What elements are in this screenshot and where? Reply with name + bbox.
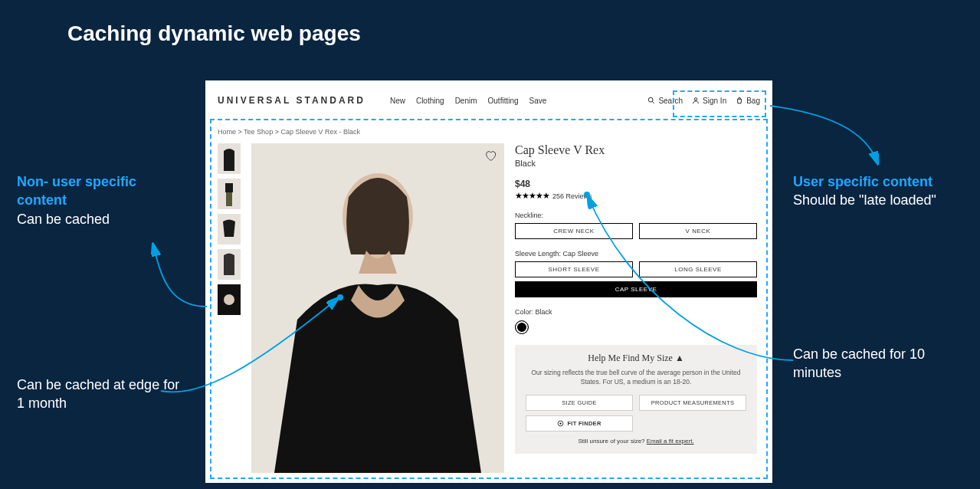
- search-label: Search: [658, 97, 683, 105]
- annotation-sub: Can be cached: [17, 210, 185, 228]
- bag-label: Bag: [746, 97, 760, 105]
- product-price: $48: [515, 179, 757, 189]
- annotation-text: Can be cached at edge for 1 month: [17, 376, 185, 413]
- annotation-edge-cache: Can be cached at edge for 1 month: [17, 376, 185, 413]
- annotation-10min-cache: Can be cached for 10 minutes: [793, 345, 962, 382]
- browser-mock: UNIVERSAL STANDARD New Clothing Denim Ou…: [205, 80, 772, 483]
- annotation-nonuser-content: Non- user specific content Can be cached: [17, 172, 185, 228]
- thumbnail[interactable]: [218, 214, 241, 244]
- thumbnail[interactable]: [218, 249, 241, 280]
- rating[interactable]: ★★★★★ 256 Reviews: [515, 191, 757, 201]
- nav-outfitting[interactable]: Outfitting: [488, 97, 519, 105]
- email-fit-expert-link[interactable]: Email a fit expert.: [647, 438, 694, 445]
- annotation-text: Can be cached for 10 minutes: [793, 345, 962, 382]
- brand-logo[interactable]: UNIVERSAL STANDARD: [218, 95, 365, 106]
- signin-button[interactable]: Sign In: [692, 97, 726, 105]
- nav-denim[interactable]: Denim: [455, 97, 477, 105]
- sleeve-label: Sleeve Length: Cap Sleeve: [515, 250, 757, 258]
- nav-clothing[interactable]: Clothing: [416, 97, 444, 105]
- product-variant: Black: [515, 159, 757, 168]
- svg-point-9: [560, 422, 562, 424]
- thumbnail[interactable]: [218, 143, 241, 174]
- signin-label: Sign In: [703, 97, 726, 105]
- option-short-sleeve[interactable]: SHORT SLEEVE: [515, 261, 633, 277]
- fit-finder-label: FIT FINDER: [567, 420, 601, 427]
- search-button[interactable]: Search: [647, 97, 683, 105]
- footer-prefix: Still unsure of your size?: [578, 438, 646, 445]
- thumbnail[interactable]: [218, 179, 241, 209]
- size-helper-footer: Still unsure of your size? Email a fit e…: [526, 438, 746, 445]
- nav-save[interactable]: Save: [529, 97, 547, 105]
- neckline-label: Neckline:: [515, 212, 757, 219]
- product-main-image[interactable]: [251, 143, 504, 473]
- breadcrumb[interactable]: Home > Tee Shop > Cap Sleeve V Rex - Bla…: [218, 128, 760, 136]
- svg-point-5: [224, 294, 234, 305]
- product-area: Cap Sleeve V Rex Black $48 ★★★★★ 256 Rev…: [218, 143, 760, 473]
- measurements-button[interactable]: PRODUCT MEASUREMENTS: [639, 395, 746, 411]
- option-long-sleeve[interactable]: LONG SLEEVE: [639, 261, 757, 277]
- size-helper: Help Me Find My Size ▲ Our sizing reflec…: [515, 345, 757, 454]
- nav-new[interactable]: New: [390, 97, 405, 105]
- reviews-count: 256 Reviews: [552, 192, 592, 200]
- product-name: Cap Sleeve V Rex: [515, 143, 757, 157]
- size-guide-button[interactable]: SIZE GUIDE: [526, 395, 633, 411]
- star-icon: ★★★★★: [515, 191, 549, 201]
- product-details: Cap Sleeve V Rex Black $48 ★★★★★ 256 Rev…: [515, 143, 760, 473]
- annotation-sub: Should be "late loaded": [793, 191, 962, 209]
- search-icon: [647, 97, 655, 104]
- fit-finder-button[interactable]: FIT FINDER: [526, 415, 633, 432]
- favorite-button[interactable]: [484, 149, 497, 163]
- product-illustration: [251, 143, 504, 473]
- bag-icon: [736, 97, 743, 104]
- svg-rect-3: [225, 183, 233, 192]
- heart-icon: [484, 149, 497, 162]
- thumbnail[interactable]: [218, 284, 241, 315]
- option-crew-neck[interactable]: CREW NECK: [515, 223, 633, 239]
- size-helper-blurb: Our sizing reflects the true bell curve …: [526, 369, 746, 387]
- primary-nav: New Clothing Denim Outfitting Save: [390, 97, 634, 105]
- target-icon: [557, 420, 564, 427]
- svg-point-2: [694, 98, 696, 100]
- color-swatch-black[interactable]: [515, 320, 529, 334]
- bag-button[interactable]: Bag: [736, 97, 760, 105]
- size-helper-title[interactable]: Help Me Find My Size ▲: [526, 353, 746, 364]
- thumbnail-strip: [218, 143, 241, 473]
- topbar-right: Search Sign In Bag: [647, 97, 760, 105]
- svg-rect-4: [226, 192, 232, 206]
- option-v-neck[interactable]: V NECK: [639, 223, 757, 239]
- svg-line-1: [653, 101, 655, 103]
- annotation-heading: User specific content: [793, 172, 962, 191]
- svg-point-0: [649, 97, 654, 102]
- slide-title: Caching dynamic web pages: [67, 21, 361, 46]
- topbar: UNIVERSAL STANDARD New Clothing Denim Ou…: [218, 90, 760, 111]
- annotation-heading: Non- user specific content: [17, 172, 185, 210]
- annotation-user-content: User specific content Should be "late lo…: [793, 172, 962, 210]
- user-icon: [692, 97, 700, 104]
- option-cap-sleeve[interactable]: CAP SLEEVE: [515, 281, 757, 297]
- color-label: Color: Black: [515, 308, 757, 316]
